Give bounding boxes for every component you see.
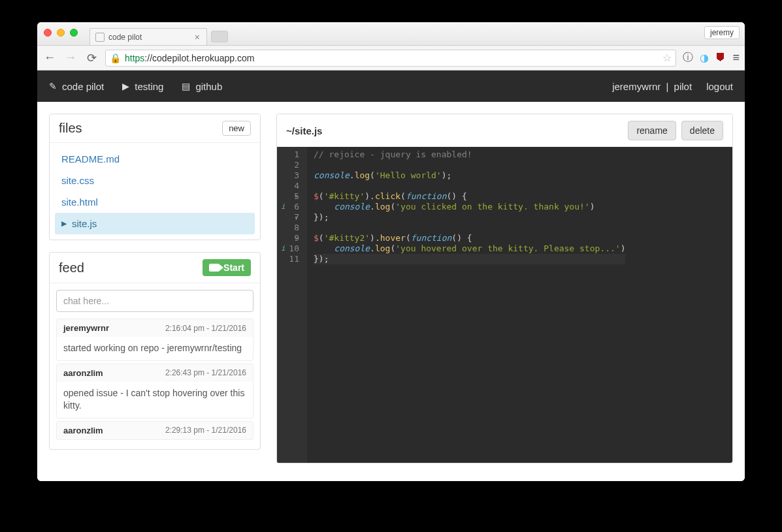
content: files new README.mdsite.csssite.htmlsite… bbox=[37, 102, 745, 481]
info-marker-icon: i bbox=[281, 202, 285, 212]
feed-message: jeremywrnr2:16:04 pm - 1/21/2016started … bbox=[56, 319, 253, 361]
url-text: https://codepilot.herokuapp.com bbox=[125, 53, 254, 63]
forward-icon: → bbox=[63, 51, 78, 65]
line-number: 7▾ bbox=[282, 212, 299, 223]
feed-timestamp: 2:29:13 pm - 1/21/2016 bbox=[165, 426, 246, 435]
menu-icon[interactable]: ≡ bbox=[732, 51, 740, 65]
code-line[interactable]: }); bbox=[314, 254, 625, 264]
nav-brand-label: code pilot bbox=[62, 81, 104, 92]
line-number: 3 bbox=[282, 170, 299, 181]
window-controls bbox=[44, 29, 78, 37]
minimize-icon[interactable] bbox=[57, 29, 65, 37]
page-icon bbox=[95, 33, 105, 42]
browser-tab[interactable]: code pilot × bbox=[90, 28, 207, 45]
feed-message: aaronzlim2:26:43 pm - 1/21/2016opened is… bbox=[56, 364, 253, 418]
nav-github-label: github bbox=[195, 81, 222, 92]
feed-author: aaronzlim bbox=[63, 426, 103, 435]
files-panel: files new README.mdsite.csssite.htmlsite… bbox=[49, 114, 261, 240]
line-number: 5▾ bbox=[282, 191, 299, 202]
editor-panel: ~/site.js rename delete 12345▾6i7▾89▾10i… bbox=[276, 114, 733, 463]
address-input[interactable]: 🔒 https://codepilot.herokuapp.com ☆ bbox=[105, 50, 676, 67]
code-line[interactable] bbox=[314, 223, 625, 233]
feed-author: jeremywrnr bbox=[63, 323, 109, 333]
new-tab-button[interactable] bbox=[211, 31, 228, 42]
line-number: 9▾ bbox=[282, 233, 299, 243]
chat-input[interactable] bbox=[56, 290, 253, 312]
code-line[interactable] bbox=[314, 181, 625, 191]
line-number: 10i bbox=[282, 243, 299, 254]
fold-icon[interactable]: ▾ bbox=[295, 233, 298, 243]
code-area[interactable]: // rejoice - jquery is enabled! console.… bbox=[307, 147, 632, 463]
files-title: files bbox=[59, 121, 82, 136]
feed-timestamp: 2:16:04 pm - 1/21/2016 bbox=[165, 324, 246, 333]
fold-icon[interactable]: ▾ bbox=[295, 191, 298, 202]
code-line[interactable]: // rejoice - jquery is enabled! bbox=[314, 149, 625, 160]
code-line[interactable]: $('#kitty').click(function() { bbox=[314, 191, 625, 202]
info-marker-icon: i bbox=[281, 243, 285, 254]
extension-icons: ⓘ ◑ ⛊ ≡ bbox=[683, 51, 740, 65]
extension-icon[interactable]: ◑ bbox=[700, 52, 709, 64]
profile-chip[interactable]: jeremy bbox=[704, 26, 740, 39]
feed-message: aaronzlim2:29:13 pm - 1/21/2016 bbox=[56, 421, 253, 440]
nav-logout[interactable]: logout bbox=[706, 81, 733, 92]
maximize-icon[interactable] bbox=[70, 29, 78, 37]
close-icon[interactable] bbox=[44, 29, 52, 37]
file-item[interactable]: site.js bbox=[55, 213, 255, 234]
tab-close-icon[interactable]: × bbox=[193, 32, 201, 42]
tab-strip: code pilot × bbox=[90, 22, 228, 45]
sidebar: files new README.mdsite.csssite.htmlsite… bbox=[49, 114, 261, 469]
line-number: 2 bbox=[282, 160, 299, 170]
line-number: 11 bbox=[282, 254, 299, 264]
nav-user[interactable]: jeremywrnr | pilot bbox=[612, 81, 692, 92]
line-number: 8 bbox=[282, 223, 299, 233]
line-number: 6i bbox=[282, 202, 299, 212]
feed-timestamp: 2:26:43 pm - 1/21/2016 bbox=[165, 368, 246, 377]
list-icon: ▤ bbox=[182, 81, 190, 91]
reload-icon[interactable]: ⟳ bbox=[84, 51, 99, 65]
code-line[interactable]: }); bbox=[314, 212, 625, 223]
feed-author: aaronzlim bbox=[63, 368, 103, 378]
camera-icon bbox=[209, 264, 220, 272]
app-navbar: ✎ code pilot ▶ testing ▤ github jeremywr… bbox=[37, 70, 745, 102]
start-label: Start bbox=[223, 262, 244, 273]
tab-title: code pilot bbox=[108, 33, 142, 42]
nav-github[interactable]: ▤ github bbox=[182, 81, 222, 92]
info-icon[interactable]: ⓘ bbox=[683, 51, 693, 65]
code-editor[interactable]: 12345▾6i7▾89▾10i11 // rejoice - jquery i… bbox=[277, 147, 732, 463]
feed-text: opened issue - I can't stop hovering ove… bbox=[57, 382, 253, 418]
code-line[interactable]: console.log('you clicked on the kitty. t… bbox=[314, 202, 625, 212]
delete-button[interactable]: delete bbox=[681, 121, 723, 140]
pencil-icon: ✎ bbox=[49, 81, 57, 91]
play-icon: ▶ bbox=[122, 81, 129, 91]
nav-brand[interactable]: ✎ code pilot bbox=[49, 81, 104, 92]
fold-icon[interactable]: ▾ bbox=[295, 212, 298, 223]
line-number: 1 bbox=[282, 149, 299, 160]
editor-filename: ~/site.js bbox=[286, 125, 322, 136]
file-item[interactable]: README.md bbox=[55, 148, 255, 170]
start-button[interactable]: Start bbox=[203, 259, 251, 276]
feed-text: started working on repo - jeremywrnr/tes… bbox=[57, 337, 253, 360]
line-gutter: 12345▾6i7▾89▾10i11 bbox=[277, 147, 307, 463]
nav-project[interactable]: ▶ testing bbox=[122, 81, 163, 92]
file-item[interactable]: site.css bbox=[55, 170, 255, 191]
code-line[interactable]: console.log('you hovered over the kitty.… bbox=[314, 243, 625, 254]
lock-icon: 🔒 bbox=[110, 53, 121, 63]
file-list: README.mdsite.csssite.htmlsite.js bbox=[50, 143, 260, 240]
line-number: 4 bbox=[282, 181, 299, 191]
url-bar: ← → ⟳ 🔒 https://codepilot.herokuapp.com … bbox=[37, 46, 745, 70]
titlebar: code pilot × jeremy bbox=[37, 22, 745, 46]
file-item[interactable]: site.html bbox=[55, 191, 255, 213]
feed-messages: jeremywrnr2:16:04 pm - 1/21/2016started … bbox=[56, 319, 253, 440]
browser-window: code pilot × jeremy ← → ⟳ 🔒 https://code… bbox=[37, 22, 745, 481]
feed-panel: feed Start jeremywrnr2:16:04 pm - 1/21/2… bbox=[49, 252, 261, 450]
rename-button[interactable]: rename bbox=[628, 121, 676, 140]
feed-title: feed bbox=[59, 260, 84, 275]
nav-project-label: testing bbox=[135, 81, 163, 92]
bookmark-icon[interactable]: ☆ bbox=[662, 52, 672, 64]
back-icon[interactable]: ← bbox=[42, 51, 57, 65]
code-line[interactable]: $('#kitty2').hover(function() { bbox=[314, 233, 625, 243]
code-line[interactable]: console.log('Hello world'); bbox=[314, 170, 625, 181]
new-file-button[interactable]: new bbox=[222, 121, 251, 136]
ublock-icon[interactable]: ⛊ bbox=[715, 52, 726, 64]
code-line[interactable] bbox=[314, 160, 625, 170]
